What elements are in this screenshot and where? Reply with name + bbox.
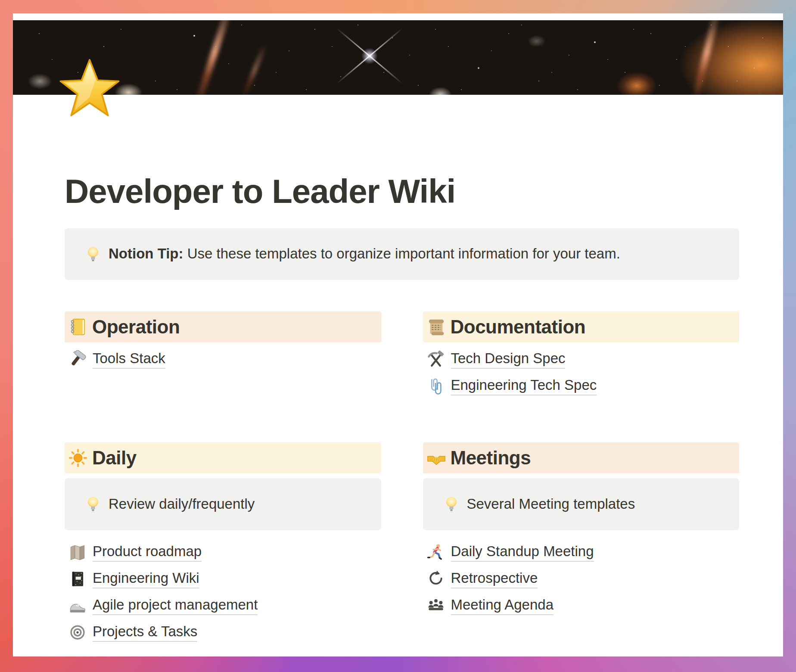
light-bulb-icon <box>442 495 461 513</box>
section-header-documentation: Documentation <box>423 311 740 342</box>
sun-icon <box>68 448 88 468</box>
page-link-row[interactable]: Daily Standup Meeting <box>423 542 740 562</box>
page-link-row[interactable]: Tech Design Spec <box>423 349 740 369</box>
link-engineering-wiki[interactable]: Engineering Wiki <box>93 569 199 588</box>
notion-tip-text: Notion Tip: Use these templates to organ… <box>109 245 620 263</box>
meetings-callout: Several Meeting templates <box>423 478 740 530</box>
section-header-operation: Operation <box>65 311 381 342</box>
page-link-row[interactable]: Engineering Tech Spec <box>423 376 740 396</box>
cover-image <box>13 20 783 95</box>
anticlockwise-arrow-icon <box>426 569 446 589</box>
page-link-row[interactable]: Agile project management <box>65 596 381 616</box>
section-header-daily: Daily <box>65 442 381 473</box>
notion-page: Developer to Leader Wiki Notion Tip: Use… <box>13 13 783 656</box>
daily-callout: Review daily/frequently <box>65 478 381 530</box>
page-link-row[interactable]: Retrospective <box>423 569 740 589</box>
page-link-row[interactable]: Projects & Tasks <box>65 622 381 642</box>
ledger-notebook-icon <box>68 317 88 337</box>
link-agile-project-management[interactable]: Agile project management <box>93 596 258 615</box>
galaxy-streak <box>690 20 721 95</box>
light-bulb-icon <box>84 495 103 513</box>
page-content: Developer to Leader Wiki Notion Tip: Use… <box>13 172 783 660</box>
page-link-row[interactable]: Product roadmap <box>65 542 381 562</box>
starfield-dots <box>13 20 14 21</box>
link-projects-and-tasks[interactable]: Projects & Tasks <box>93 623 197 642</box>
runner-icon <box>426 542 446 562</box>
page-title: Developer to Leader Wiki <box>65 172 739 211</box>
page-link-row[interactable]: Tools Stack <box>65 349 381 369</box>
page-link-row[interactable]: Meeting Agenda <box>423 596 740 616</box>
page-link-row[interactable]: Engineering Wiki <box>65 569 381 589</box>
hammer-icon <box>68 349 87 369</box>
daily-callout-text: Review daily/frequently <box>109 495 255 513</box>
galaxy-streak <box>241 44 267 95</box>
light-bulb-icon <box>84 245 103 264</box>
columns-row-1: Operation Tools Stack Documentation <box>65 311 739 396</box>
column-documentation: Documentation Tech Design Spec Engineeri… <box>423 311 740 396</box>
link-engineering-tech-spec[interactable]: Engineering Tech Spec <box>451 376 597 395</box>
page-icon-star-emoji <box>57 57 122 122</box>
column-operation: Operation Tools Stack <box>65 311 381 396</box>
section-title: Meetings <box>451 447 531 469</box>
section-title: Operation <box>92 316 180 338</box>
handshake-icon <box>426 448 446 468</box>
galaxy-streak <box>192 20 233 95</box>
bullseye-icon <box>68 622 87 642</box>
section-title: Documentation <box>451 316 586 338</box>
scroll-icon <box>426 317 446 337</box>
notion-tip-callout: Notion Tip: Use these templates to organ… <box>65 228 739 280</box>
world-map-icon <box>68 542 87 562</box>
section-header-meetings: Meetings <box>423 442 740 473</box>
section-title: Daily <box>92 447 137 469</box>
notebook-icon <box>68 569 87 589</box>
running-shoe-icon <box>68 596 87 616</box>
meeting-people-icon <box>426 596 446 616</box>
link-meeting-agenda[interactable]: Meeting Agenda <box>451 596 554 615</box>
link-retrospective[interactable]: Retrospective <box>451 569 538 588</box>
columns-row-2: Daily Review daily/frequently Product ro… <box>65 442 739 642</box>
link-product-roadmap[interactable]: Product roadmap <box>93 543 202 562</box>
link-tools-stack[interactable]: Tools Stack <box>93 350 165 369</box>
column-meetings: Meetings Several Meeting templates Daily… <box>423 442 740 642</box>
hammer-and-pick-icon <box>426 349 446 369</box>
meetings-callout-text: Several Meeting templates <box>467 495 635 513</box>
link-tech-design-spec[interactable]: Tech Design Spec <box>451 350 566 369</box>
link-daily-standup-meeting[interactable]: Daily Standup Meeting <box>451 543 594 562</box>
column-daily: Daily Review daily/frequently Product ro… <box>65 442 381 642</box>
linked-paperclips-icon <box>426 376 446 396</box>
